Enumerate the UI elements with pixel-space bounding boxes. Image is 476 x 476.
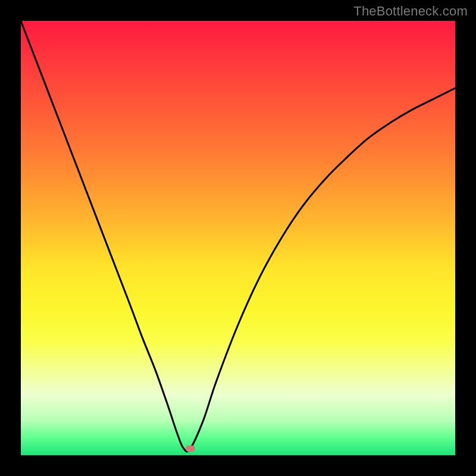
bottleneck-curve	[21, 21, 455, 452]
curve-layer	[0, 0, 476, 476]
optimum-marker	[186, 446, 195, 452]
chart-frame: TheBottleneck.com	[0, 0, 476, 476]
